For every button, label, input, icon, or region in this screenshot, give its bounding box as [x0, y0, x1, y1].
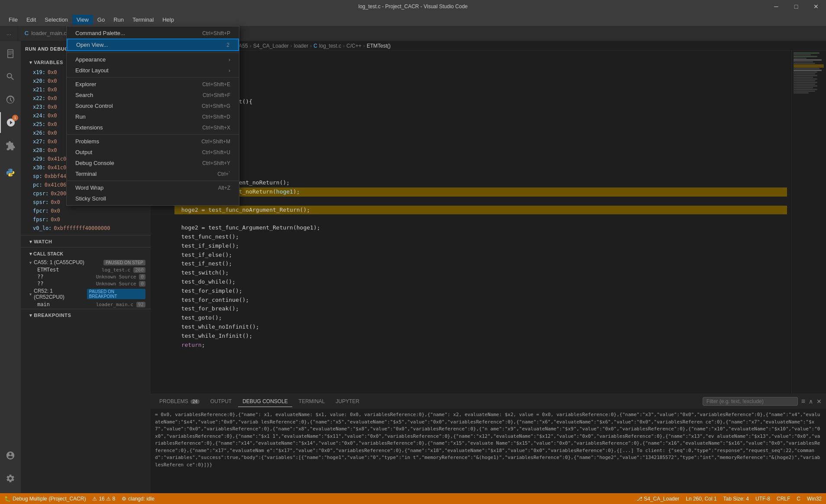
activity-search[interactable]: [0, 66, 21, 87]
variable-item[interactable]: fpsr:0x0: [21, 215, 151, 224]
menu-source-control[interactable]: Source Control Ctrl+Shift+G: [67, 100, 239, 111]
var-val: 0x0: [48, 138, 57, 145]
menu-debug-console[interactable]: Debug Console Ctrl+Shift+Y: [67, 158, 239, 168]
activity-debug[interactable]: 1: [0, 112, 21, 133]
callstack-frame-unknown2[interactable]: ?? Unknown Source 0: [21, 280, 151, 287]
callstack-title[interactable]: ▾ CALL STACK: [21, 248, 151, 258]
panel-close-icon[interactable]: ✕: [816, 398, 822, 405]
status-eol[interactable]: CRLF: [777, 496, 790, 502]
menu-help[interactable]: Help: [158, 15, 178, 25]
code-editor[interactable]: 258 259 260 262 263 264 265 266 267 268 …: [151, 51, 826, 394]
var-val: 0x0: [48, 120, 57, 128]
panel-menu-icon[interactable]: ≡: [801, 397, 805, 405]
menu-word-wrap[interactable]: Word Wrap Alt+Z: [67, 182, 239, 193]
open-view-shortcut: 2: [226, 42, 229, 48]
menu-file[interactable]: File: [4, 15, 22, 25]
menu-open-view[interactable]: Open View... 2: [67, 39, 239, 51]
menubar: File Edit Selection View Go Run Terminal…: [0, 13, 826, 26]
minimize-button[interactable]: ─: [766, 0, 786, 13]
code-content[interactable]: dummyFunc1(); i++; } } test_while_Infini…: [170, 51, 791, 394]
watch-section-title[interactable]: ▾ WATCH: [21, 235, 151, 246]
status-errors[interactable]: ⚠ 16 ⚠ 8: [92, 496, 115, 502]
filter-input[interactable]: [703, 397, 798, 406]
debug-console-menu-label: Debug Console: [75, 160, 189, 166]
callstack-frame-unknown1[interactable]: ?? Unknown Source 0: [21, 273, 151, 280]
status-clangd[interactable]: ⚙ clangd: idle: [122, 496, 155, 502]
var-val: 0x0: [48, 103, 57, 111]
cpu-cr52[interactable]: ▾ CR52: 1 (CR52CPU0) PAUSED ON BREAKPOIN…: [21, 287, 151, 301]
activitybar: 1: [0, 41, 21, 493]
editor-layout-label: Editor Layout: [75, 67, 229, 74]
panel-collapse-icon[interactable]: ∧: [809, 398, 813, 405]
frame-unk1-name: ??: [37, 274, 43, 280]
breakpoints-section: ▾ BREAKPOINTS: [21, 309, 151, 320]
cpu-ca55[interactable]: ▾ CA55: 1 (CA55CPU0) PAUSED ON STEP: [21, 258, 151, 266]
maximize-button[interactable]: □: [786, 0, 806, 13]
menu-run[interactable]: Run: [109, 15, 128, 25]
status-encoding[interactable]: UTF-8: [755, 496, 770, 502]
tab-debug-console[interactable]: DEBUG CONSOLE: [238, 396, 292, 407]
menu-go[interactable]: Go: [93, 15, 109, 25]
callstack-section: ▾ CALL STACK ▾ CA55: 1 (CA55CPU0) PAUSED…: [21, 247, 151, 308]
status-platform[interactable]: Win32: [807, 496, 822, 502]
callstack-frame-main[interactable]: main loader_main.c 92: [21, 301, 151, 308]
frame-etm-line: 260: [133, 267, 145, 273]
activity-source-control[interactable]: [0, 89, 21, 110]
menu-group-2: Appearance › Editor Layout ›: [67, 53, 239, 78]
var-val: 0x0: [51, 216, 60, 223]
search-shortcut: Ctrl+Shift+F: [203, 92, 230, 98]
bc-c-icon: C: [313, 43, 317, 49]
menu-edit[interactable]: Edit: [22, 15, 40, 25]
menu-command-palette[interactable]: Command Palette... Ctrl+Shift+P: [67, 28, 239, 39]
tab-prev[interactable]: ...: [0, 26, 18, 41]
sticky-scroll-label: Sticky Scroll: [75, 195, 230, 202]
menu-output[interactable]: Output Ctrl+Shift+U: [67, 147, 239, 158]
status-branch[interactable]: ⎇ S4_CA_Loader: [636, 496, 679, 502]
tab-terminal[interactable]: TERMINAL: [294, 396, 329, 407]
platform-label: Win32: [807, 496, 822, 502]
problems-count: 24: [190, 399, 200, 404]
menu-view[interactable]: View: [72, 15, 93, 25]
variable-item[interactable]: v0_lo:0xbfffffff40000000: [21, 224, 151, 233]
clangd-icon: ⚙: [122, 496, 126, 502]
menu-extensions[interactable]: Extensions Ctrl+Shift+X: [67, 122, 239, 133]
eol-label: CRLF: [777, 496, 790, 502]
panel-content: = 0x0, variablesReference:0},{"name": x1…: [151, 409, 826, 493]
callstack-frame-etm[interactable]: ETMTest log_test.c 260: [21, 266, 151, 273]
variable-item[interactable]: fpcr:0x0: [21, 207, 151, 215]
status-position[interactable]: Ln 260, Col 1: [686, 496, 716, 502]
output-menu-label: Output: [75, 149, 189, 155]
terminal-menu-label: Terminal: [75, 171, 204, 177]
status-tabsize[interactable]: Tab Size: 4: [723, 496, 749, 502]
menu-editor-layout[interactable]: Editor Layout ›: [67, 65, 239, 76]
activity-python[interactable]: [0, 162, 21, 183]
tab-output[interactable]: OUTPUT: [206, 396, 236, 407]
close-button[interactable]: ✕: [806, 0, 826, 13]
menu-search[interactable]: Search Ctrl+Shift+F: [67, 90, 239, 100]
tab-problems[interactable]: PROBLEMS 24: [155, 396, 204, 407]
activity-settings[interactable]: [0, 468, 21, 489]
menu-terminal[interactable]: Terminal: [128, 15, 158, 25]
problems-menu-label: Problems: [75, 138, 188, 145]
menu-terminal-item[interactable]: Terminal Ctrl+`: [67, 168, 239, 179]
status-debug-icon[interactable]: 🐛 Debug Multiple (Project_CACR): [4, 496, 86, 502]
language-label: C: [797, 496, 800, 502]
var-name: x23:: [33, 103, 45, 111]
clangd-status: clangd: idle: [128, 496, 155, 502]
menu-run-item[interactable]: Run Ctrl+Shift+D: [67, 111, 239, 122]
problems-label: PROBLEMS: [159, 398, 188, 404]
tab-jupyter[interactable]: JUPYTER: [332, 396, 364, 407]
menu-selection[interactable]: Selection: [40, 15, 72, 25]
frame-unk1-file: Unknown Source: [96, 274, 136, 280]
menu-problems[interactable]: Problems Ctrl+Shift+M: [67, 136, 239, 147]
menu-explorer[interactable]: Explorer Ctrl+Shift+E: [67, 79, 239, 90]
branch-label: ⎇ S4_CA_Loader: [636, 496, 679, 502]
breakpoints-title[interactable]: ▾ BREAKPOINTS: [21, 309, 151, 320]
status-language[interactable]: C: [797, 496, 800, 502]
activity-account[interactable]: [0, 445, 21, 466]
activity-extensions[interactable]: [0, 135, 21, 156]
menu-sticky-scroll[interactable]: Sticky Scroll: [67, 193, 239, 204]
tab-loader-label: loader_main.c: [31, 30, 67, 36]
menu-appearance[interactable]: Appearance ›: [67, 54, 239, 65]
activity-explorer[interactable]: [0, 43, 21, 64]
